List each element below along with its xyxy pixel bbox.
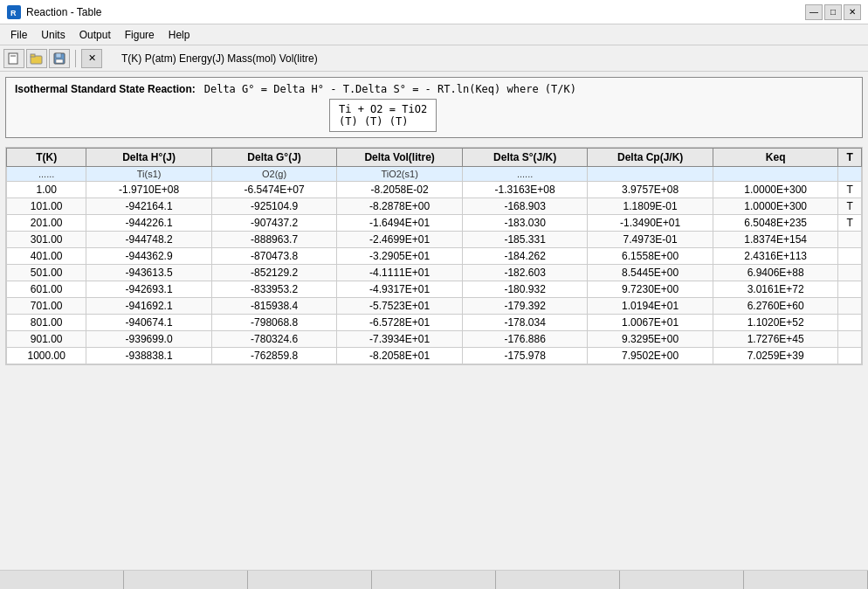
table-row: 501.00-943613.5-852129.2-4.1111E+01-182.… <box>7 265 862 281</box>
table-cell: 6.1558E+00 <box>588 248 713 265</box>
iso-formula: Delta G° = Delta H° - T.Delta S° = - RT.… <box>204 83 576 95</box>
table-cell: 7.4973E-01 <box>588 232 713 248</box>
table-cell: -3.2905E+01 <box>337 248 463 265</box>
header-dv: Delta Vol(litre) <box>337 149 463 167</box>
table-cell: -1.3163E+08 <box>462 182 588 198</box>
table-header-row: T(K) Delta H°(J) Delta G°(J) Delta Vol(l… <box>7 149 862 167</box>
table-cell: 7.9502E+00 <box>588 348 713 364</box>
close-button[interactable]: ✕ <box>844 4 861 20</box>
status-seg-2 <box>124 571 248 589</box>
table-cell: -6.5474E+07 <box>211 182 337 198</box>
menu-figure[interactable]: Figure <box>118 27 162 43</box>
table-cell: -5.7523E+01 <box>337 298 463 315</box>
table-cell: 1000.00 <box>7 348 86 364</box>
table-cell <box>838 248 862 265</box>
table-row: 701.00-941692.1-815938.4-5.7523E+01-179.… <box>7 298 862 315</box>
menu-file[interactable]: File <box>3 27 34 43</box>
menu-output[interactable]: Output <box>72 27 118 43</box>
window-controls: — □ ✕ <box>805 4 861 20</box>
menu-units[interactable]: Units <box>34 27 72 43</box>
maximize-button[interactable]: □ <box>824 4 842 20</box>
table-body: 1.00-1.9710E+08-6.5474E+07-8.2058E-02-1.… <box>7 182 862 364</box>
table-cell: T <box>838 182 862 198</box>
table-cell: -184.262 <box>462 248 588 265</box>
table-cell: T <box>838 198 862 215</box>
toolbar: ✕ T(K) P(atm) Energy(J) Mass(mol) Vol(li… <box>0 45 868 72</box>
table-cell: 1.1020E+52 <box>713 315 838 331</box>
status-seg-4 <box>372 571 496 589</box>
table-cell: -1.6494E+01 <box>337 215 463 232</box>
table-cell: -4.9317E+01 <box>337 281 463 298</box>
minimize-button[interactable]: — <box>805 4 823 20</box>
table-cell: 6.5048E+235 <box>713 215 838 232</box>
header-dcp: Delta Cp(J/K) <box>588 149 713 167</box>
subheader-t: ...... <box>7 167 86 182</box>
table-cell: 601.00 <box>7 281 86 298</box>
table-cell: 1.0194E+01 <box>588 298 713 315</box>
new-button[interactable] <box>3 49 24 68</box>
menu-help[interactable]: Help <box>162 27 197 43</box>
table-cell: -798068.8 <box>211 315 337 331</box>
svg-rect-2 <box>9 53 17 64</box>
header-ds: Delta S°(J/K) <box>462 149 588 167</box>
subheader-dg: O2(g) <box>211 167 337 182</box>
table-cell: -185.331 <box>462 232 588 248</box>
reaction-line1: Ti + O2 = TiO2 <box>339 103 427 115</box>
menu-bar: File Units Output Figure Help <box>0 24 868 45</box>
status-seg-7 <box>744 571 868 589</box>
table-cell: 1.00 <box>7 182 86 198</box>
table-cell: -179.392 <box>462 298 588 315</box>
svg-rect-8 <box>56 59 63 63</box>
cancel-button[interactable]: ✕ <box>81 49 102 68</box>
table-cell: 6.2760E+60 <box>713 298 838 315</box>
subheader-dh: Ti(s1) <box>86 167 212 182</box>
svg-rect-7 <box>56 53 61 58</box>
table-cell: 1.8374E+154 <box>713 232 838 248</box>
table-cell <box>838 315 862 331</box>
svg-text:R: R <box>10 9 17 17</box>
title-bar: R Reaction - Table — □ ✕ <box>0 0 868 24</box>
table-cell: -176.886 <box>462 331 588 348</box>
bottom-bar <box>0 570 868 589</box>
save-button[interactable] <box>49 49 70 68</box>
window-title: Reaction - Table <box>26 6 102 18</box>
header-dg: Delta G°(J) <box>211 149 337 167</box>
table-cell: -907437.2 <box>211 215 337 232</box>
table-cell: -168.903 <box>462 198 588 215</box>
table-cell <box>838 298 862 315</box>
status-seg-1 <box>0 571 124 589</box>
table-cell: -1.3490E+01 <box>588 215 713 232</box>
table-cell: -7.3934E+01 <box>337 331 463 348</box>
table-cell: -8.2878E+00 <box>337 198 463 215</box>
table-cell: -6.5728E+01 <box>337 315 463 331</box>
table-cell: -833953.2 <box>211 281 337 298</box>
header-flag: T <box>838 149 862 167</box>
data-table: T(K) Delta H°(J) Delta G°(J) Delta Vol(l… <box>6 148 862 364</box>
table-cell: 7.0259E+39 <box>713 348 838 364</box>
table-cell: -178.034 <box>462 315 588 331</box>
table-row: 801.00-940674.1-798068.8-6.5728E+01-178.… <box>7 315 862 331</box>
table-row: 101.00-942164.1-925104.9-8.2878E+00-168.… <box>7 198 862 215</box>
table-cell: 301.00 <box>7 232 86 248</box>
table-cell: 901.00 <box>7 331 86 348</box>
table-cell: 3.0161E+72 <box>713 281 838 298</box>
subheader-flag <box>838 167 862 182</box>
table-cell: 701.00 <box>7 298 86 315</box>
status-seg-6 <box>620 571 744 589</box>
status-seg-3 <box>248 571 372 589</box>
table-cell: -183.030 <box>462 215 588 232</box>
table-cell: -942164.1 <box>86 198 212 215</box>
subheader-dv: TiO2(s1) <box>337 167 463 182</box>
table-cell: 801.00 <box>7 315 86 331</box>
header-keq: Keq <box>713 149 838 167</box>
table-cell: -175.978 <box>462 348 588 364</box>
table-cell <box>838 348 862 364</box>
table-row: 301.00-944748.2-888963.7-2.4699E+01-185.… <box>7 232 862 248</box>
table-cell: -944748.2 <box>86 232 212 248</box>
table-cell: -8.2058E+01 <box>337 348 463 364</box>
table-cell: 1.0067E+01 <box>588 315 713 331</box>
table-cell: 1.0000E+300 <box>713 198 838 215</box>
table-cell: 401.00 <box>7 248 86 265</box>
table-cell: 1.7276E+45 <box>713 331 838 348</box>
open-button[interactable] <box>26 49 47 68</box>
